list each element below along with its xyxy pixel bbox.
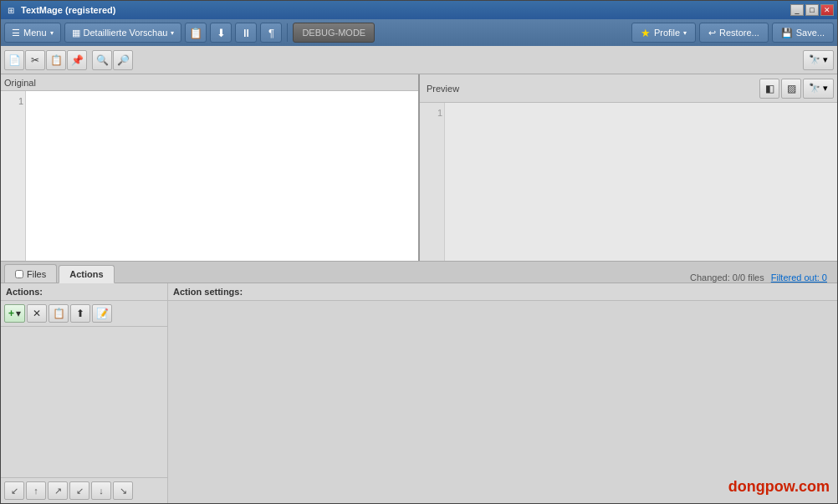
nav-up-btn[interactable]: ↑ (26, 481, 46, 500)
delete-action-button[interactable]: ✕ (27, 304, 47, 323)
add-action-button[interactable]: + ▾ (4, 304, 25, 323)
nav-down-left-btn[interactable]: ↙ (69, 481, 89, 500)
preview-line-numbers: 1 (420, 103, 445, 261)
download-icon: ⬇ (217, 27, 226, 39)
copy-action-icon: 📋 (53, 308, 65, 319)
actions-toolbar: + ▾ ✕ 📋 ⬆ 📝 (1, 301, 167, 327)
bottom-panel: Files Actions Changed: 0/0 files Filtere… (1, 261, 837, 503)
zoom-out-btn[interactable]: 🔎 (113, 50, 133, 70)
action-icon-btn-4[interactable]: ¶ (260, 23, 282, 43)
nav-last-btn[interactable]: ↘ (113, 481, 133, 500)
actions-nav: ↙ ↑ ↗ ↙ ↓ ↘ (1, 477, 167, 503)
tab-actions[interactable]: Actions (59, 265, 114, 283)
find-dropdown-icon: ▾ (823, 54, 828, 65)
preview-toolbar: Preview ◧ ▨ 🔭 ▾ (420, 74, 837, 103)
original-body: 1 (1, 91, 418, 261)
preview-tool-2[interactable]: ▨ (781, 79, 801, 99)
preview-editor[interactable] (445, 103, 837, 261)
menu-button[interactable]: ☰ Menu ▾ (4, 23, 61, 43)
preview-pane: Preview ◧ ▨ 🔭 ▾ 1 (420, 74, 837, 261)
preview-body: 1 (420, 103, 837, 261)
actions-tab-label: Actions (69, 269, 103, 279)
settings-label: Action settings: (173, 287, 243, 297)
close-button[interactable]: ✕ (820, 4, 834, 16)
copy-action-button[interactable]: 📋 (49, 304, 69, 323)
tab-files[interactable]: Files (4, 264, 57, 283)
minimize-button[interactable]: _ (790, 4, 804, 16)
actions-list[interactable] (1, 327, 167, 477)
preview-binoculars-icon: 🔭 (809, 83, 820, 94)
original-editor[interactable] (26, 91, 418, 261)
find-button[interactable]: 🔭 ▾ (803, 50, 834, 70)
actions-label: Actions: (6, 287, 43, 297)
add-plus-icon: + (8, 308, 14, 319)
app-icon: ⊞ (4, 3, 18, 17)
preview-icon: ▦ (72, 28, 80, 38)
restore-button[interactable]: ↩ Restore... (699, 23, 769, 43)
action-icon-btn-2[interactable]: ⬇ (210, 23, 232, 43)
original-header: Original (1, 74, 418, 91)
profile-button[interactable]: ★ Profile ▾ (631, 23, 696, 43)
profile-label: Profile (654, 28, 680, 38)
restore-label: Restore... (719, 28, 759, 38)
delete-icon: ✕ (33, 308, 41, 319)
preview-label: Preview (427, 84, 459, 94)
files-tab-label: Files (27, 269, 46, 279)
settings-header: Action settings: (168, 283, 837, 301)
paste-btn[interactable]: 📌 (67, 50, 87, 70)
nav-down-btn[interactable]: ↓ (91, 481, 111, 500)
nav-first-btn[interactable]: ↙ (4, 481, 24, 500)
preview-find-arrow: ▾ (823, 83, 828, 94)
menu-bar: ☰ Menu ▾ ▦ Detaillierte Vorschau ▾ 📋 ⬇ ⏸… (1, 19, 837, 46)
copy-btn[interactable]: 📋 (46, 50, 66, 70)
cut-btn[interactable]: ✂ (25, 50, 45, 70)
binoculars-icon: 🔭 (809, 54, 820, 65)
action-icon-btn-1[interactable]: 📋 (185, 23, 207, 43)
status-changed: Changed: 0/0 files (690, 272, 764, 283)
preview-tool-1[interactable]: ◧ (759, 79, 779, 99)
secondary-toolbar: 📄 ✂ 📋 📌 🔍 🔎 🔭 ▾ (1, 46, 837, 74)
actions-left-panel: Actions: + ▾ ✕ 📋 ⬆ (1, 283, 168, 503)
pause-icon: ⏸ (241, 27, 252, 39)
tab-status: Changed: 0/0 files Filtered out: 0 (690, 272, 834, 283)
add-arrow-icon: ▾ (16, 308, 21, 319)
paragraph-icon: ¶ (268, 27, 274, 39)
preview-toolbar-right: ◧ ▨ 🔭 ▾ (759, 79, 834, 99)
action-icon-btn-3[interactable]: ⏸ (235, 23, 257, 43)
zoom-in-btn[interactable]: 🔍 (92, 50, 112, 70)
restore-icon: ↩ (708, 28, 716, 38)
save-button[interactable]: 💾 Save... (772, 23, 834, 43)
edit-tools: 📄 ✂ 📋 📌 (4, 50, 87, 70)
new-btn[interactable]: 📄 (4, 50, 24, 70)
find-group: 🔭 ▾ (803, 50, 834, 70)
save-label: Save... (796, 28, 825, 38)
actions-right-panel: Action settings: (168, 283, 837, 503)
main-window: ⊞ TextMage (registered) _ □ ✕ ☰ Menu ▾ ▦… (0, 0, 838, 504)
move-up-icon: ⬆ (76, 308, 84, 319)
preview-button[interactable]: ▦ Detaillierte Vorschau ▾ (64, 23, 182, 43)
settings-content[interactable] (168, 301, 837, 503)
files-icon: 📋 (189, 27, 202, 39)
preview-find-btn[interactable]: 🔭 ▾ (803, 79, 834, 99)
line-number-1: 1 (3, 94, 23, 109)
preview-line-1: 1 (422, 106, 442, 120)
window-title: TextMage (registered) (21, 5, 790, 15)
maximize-button[interactable]: □ (805, 4, 819, 16)
menu-icon: ☰ (12, 28, 20, 38)
status-filtered[interactable]: Filtered out: 0 (771, 272, 827, 283)
save-icon: 💾 (781, 28, 793, 38)
move-up-action-button[interactable]: ⬆ (70, 304, 90, 323)
nav-up-right-btn[interactable]: ↗ (48, 481, 68, 500)
profile-arrow-icon: ▾ (683, 29, 687, 37)
notes-action-button[interactable]: 📝 (92, 304, 112, 323)
original-pane: Original 1 (1, 74, 420, 261)
files-checkbox[interactable] (15, 270, 23, 278)
menu-label: Menu (23, 28, 47, 38)
zoom-tools: 🔍 🔎 (92, 50, 133, 70)
tab-bar: Files Actions Changed: 0/0 files Filtere… (1, 262, 837, 283)
actions-header: Actions: (1, 283, 167, 301)
title-controls: _ □ ✕ (790, 4, 834, 16)
preview-arrow-icon: ▾ (171, 29, 174, 37)
actions-panel: Actions: + ▾ ✕ 📋 ⬆ (1, 283, 837, 503)
debug-mode-button[interactable]: DEBUG-MODE (293, 23, 375, 43)
